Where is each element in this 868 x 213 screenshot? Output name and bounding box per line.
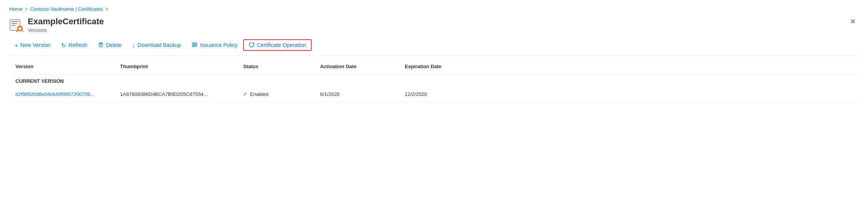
header-row: ExampleCertificate Versions ✕: [9, 17, 859, 33]
col-header-version: Version: [9, 62, 117, 71]
svg-rect-3: [12, 25, 15, 26]
breadcrumb-sep1: >: [25, 6, 28, 12]
svg-line-8: [22, 31, 23, 32]
table-header: Version Thumbprint Status Activation Dat…: [9, 59, 859, 74]
title-text: ExampleCertificate Versions: [28, 17, 104, 33]
cell-thumbprint: 1A67809386D4BCA7B9D205C87554...: [117, 90, 240, 99]
col-header-activation: Activation Date: [317, 62, 402, 71]
certificate-operation-button[interactable]: Certificate Operation: [243, 39, 312, 51]
status-text: Enabled: [250, 91, 269, 97]
download-backup-label: Download Backup: [137, 42, 181, 48]
issuance-policy-button[interactable]: Issuance Policy: [186, 40, 243, 50]
download-icon: ↓: [132, 42, 135, 48]
page-subtitle: Versions: [28, 27, 104, 33]
refresh-button[interactable]: ↻ Refresh: [56, 40, 93, 50]
certificate-icon: [9, 18, 23, 32]
col-header-thumbprint: Thumbprint: [117, 62, 240, 71]
download-backup-button[interactable]: ↓ Download Backup: [127, 40, 186, 50]
plus-icon: +: [15, 42, 18, 48]
close-icon: ✕: [850, 18, 856, 25]
cell-version[interactable]: d2f98920d8e04cb49f9957200709...: [9, 90, 117, 99]
title-section: ExampleCertificate Versions: [9, 17, 104, 33]
section-label-row: CURRENT VERSION: [9, 74, 859, 86]
refresh-icon: ↻: [61, 42, 66, 48]
close-button[interactable]: ✕: [847, 17, 859, 27]
svg-rect-10: [100, 42, 102, 43]
col-header-expiration: Expiration Date: [402, 62, 479, 71]
toolbar: + New Version ↻ Refresh Delete ↓ Downloa…: [9, 35, 859, 56]
svg-rect-2: [12, 23, 17, 24]
delete-button[interactable]: Delete: [93, 40, 127, 50]
certificate-operation-label: Certificate Operation: [257, 42, 306, 48]
cell-activation-date: 6/1/2020: [317, 90, 402, 99]
delete-label: Delete: [106, 42, 121, 48]
table-row[interactable]: d2f98920d8e04cb49f9957200709... 1A678093…: [9, 86, 859, 102]
table-section: Version Thumbprint Status Activation Dat…: [9, 59, 859, 102]
svg-line-7: [17, 31, 18, 32]
delete-icon: [98, 42, 103, 48]
svg-rect-1: [12, 21, 18, 22]
page-title: ExampleCertificate: [28, 17, 104, 27]
certificate-operation-icon: [249, 42, 255, 49]
current-version-label: CURRENT VERSION: [9, 78, 479, 84]
new-version-button[interactable]: + New Version: [9, 40, 56, 50]
refresh-label: Refresh: [68, 42, 87, 48]
cell-expiration-date: 12/2/2020: [402, 90, 479, 99]
cell-status: ✓ Enabled: [240, 89, 317, 99]
breadcrumb-home[interactable]: Home: [9, 6, 23, 12]
main-container: Home > Contoso-Vaultname | Certificates …: [0, 0, 868, 102]
status-check-icon: ✓: [243, 91, 248, 97]
breadcrumb-vault[interactable]: Contoso-Vaultname | Certificates: [30, 6, 103, 12]
breadcrumb: Home > Contoso-Vaultname | Certificates …: [9, 6, 859, 12]
new-version-label: New Version: [20, 42, 51, 48]
svg-point-16: [193, 42, 194, 44]
breadcrumb-sep2: >: [105, 6, 108, 12]
issuance-policy-icon: [192, 42, 198, 48]
col-header-status: Status: [240, 62, 317, 71]
svg-point-17: [195, 44, 197, 45]
svg-point-18: [193, 45, 194, 47]
issuance-policy-label: Issuance Policy: [200, 42, 237, 48]
